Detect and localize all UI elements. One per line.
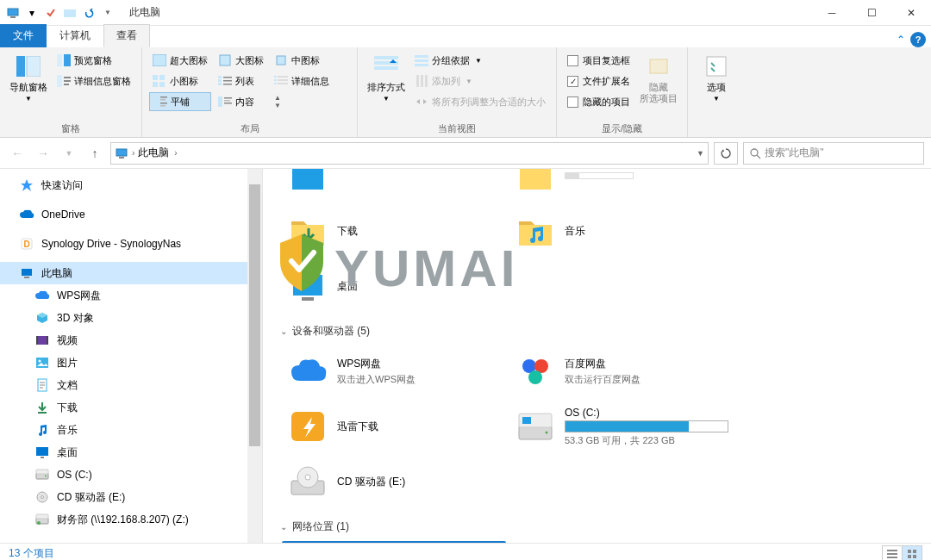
nav-pane-button[interactable]: 导航窗格 ▼ <box>7 51 50 104</box>
netdrive-icon <box>34 512 50 527</box>
section-network[interactable]: ⌄ 网络位置 (1) <box>280 520 914 534</box>
sidebar-item-wps[interactable]: WPS网盘 <box>0 284 262 307</box>
tab-file[interactable]: 文件 <box>0 24 47 47</box>
svg-rect-29 <box>218 96 222 107</box>
maximize-button[interactable]: ☐ <box>852 0 891 26</box>
search-input[interactable]: 搜索"此电脑" <box>743 142 924 165</box>
layout-content[interactable]: 内容 <box>215 92 267 111</box>
video-icon <box>34 333 50 348</box>
item-subtitle: 双击进入WPS网盘 <box>337 373 501 386</box>
view-large-button[interactable] <box>902 545 922 561</box>
drive-cd[interactable]: CD 驱动器 (E:) <box>282 456 506 507</box>
picture-icon <box>34 355 50 370</box>
sidebar-item-music[interactable]: 音乐 <box>0 419 262 441</box>
address-dropdown-icon[interactable]: ▼ <box>697 149 704 158</box>
recent-dropdown[interactable]: ▼ <box>59 143 79 164</box>
sidebar-item-documents[interactable]: 文档 <box>0 374 262 396</box>
folder-icon[interactable] <box>62 5 78 21</box>
sidebar-item-finance[interactable]: 财务部 (\\192.168.8.207) (Z:) <box>0 508 262 531</box>
svg-rect-7 <box>57 75 62 87</box>
breadcrumb-this-pc[interactable]: 此电脑› <box>138 146 177 160</box>
drive-osc[interactable]: OS (C:)53.3 GB 可用，共 223 GB <box>509 401 734 452</box>
scrollbar[interactable] <box>247 169 262 543</box>
svg-rect-99 <box>887 550 897 551</box>
cd-icon <box>34 489 50 505</box>
file-ext-toggle[interactable]: ✓文件扩展名 <box>564 72 634 90</box>
sidebar-item-label: 此电脑 <box>41 266 72 281</box>
svg-rect-49 <box>650 59 667 73</box>
tab-computer[interactable]: 计算机 <box>47 24 103 47</box>
sidebar-item-label: 下载 <box>57 401 78 415</box>
qat-dropdown-icon[interactable]: ▼ <box>100 5 116 21</box>
sidebar-item-onedrive[interactable]: OneDrive <box>0 203 262 226</box>
minimize-button[interactable]: ─ <box>812 0 852 26</box>
folder-item[interactable] <box>509 169 734 202</box>
layout-large[interactable]: 大图标 <box>215 51 267 70</box>
properties-icon[interactable] <box>43 5 59 21</box>
drive-wps[interactable]: WPS网盘双击进入WPS网盘 <box>282 345 506 397</box>
svg-rect-26 <box>223 80 232 82</box>
layout-scroll[interactable]: ▲▼ <box>271 92 284 111</box>
add-columns-button[interactable]: 添加列▼ <box>411 72 549 90</box>
help-button[interactable]: ? <box>910 32 926 47</box>
ribbon-group-layout: 超大图标 小图标 平铺 大图标 列表 内容 中图标 详细信息 ▲▼ 布局 <box>142 47 358 137</box>
layout-tiles[interactable]: 平铺 <box>149 92 211 111</box>
details-pane-button[interactable]: 详细信息窗格 <box>53 72 134 90</box>
sidebar-item-quick-access[interactable]: 快速访问 <box>0 174 262 196</box>
sidebar-item-desktop[interactable]: 桌面 <box>0 441 262 464</box>
layout-small[interactable]: 小图标 <box>149 72 211 90</box>
sidebar-item-this-pc[interactable]: 此电脑 <box>0 262 262 284</box>
svg-rect-21 <box>160 105 166 107</box>
folder-desktop[interactable]: 桌面 <box>282 260 506 312</box>
cloud-icon <box>34 288 50 303</box>
pc-icon[interactable] <box>5 5 21 21</box>
drive-finance[interactable]: 财务部 (\\ ) (Z:)57.3 GB 可用，共 210 GB <box>282 541 506 543</box>
back-button[interactable]: ← <box>7 143 28 164</box>
layout-extra-large[interactable]: 超大图标 <box>149 51 211 70</box>
svg-rect-34 <box>274 76 277 78</box>
drive-icon <box>287 406 328 447</box>
svg-point-92 <box>546 432 548 434</box>
item-label: 音乐 <box>565 224 728 239</box>
forward-button[interactable]: → <box>33 143 53 164</box>
view-details-button[interactable] <box>882 545 903 561</box>
navigation-tree[interactable]: 快速访问OneDriveDSynology Drive - SynologyNa… <box>0 169 263 543</box>
content-pane[interactable]: 下载音乐桌面 ⌄ 设备和驱动器 (5) WPS网盘双击进入WPS网盘百度网盘双击… <box>263 169 931 543</box>
hide-selected-button[interactable]: 隐藏 所选项目 <box>637 51 680 106</box>
dropdown-icon[interactable]: ▾ <box>24 5 40 21</box>
collapse-ribbon-icon[interactable]: ⌃ <box>897 34 905 46</box>
folder-music[interactable]: 音乐 <box>509 205 734 257</box>
options-button[interactable]: 选项 ▼ <box>695 51 738 104</box>
item-checkboxes-toggle[interactable]: 项目复选框 <box>564 51 634 70</box>
preview-pane-button[interactable]: 预览窗格 <box>53 51 134 70</box>
svg-rect-28 <box>223 84 232 85</box>
drive-baidu[interactable]: 百度网盘双击运行百度网盘 <box>509 345 734 397</box>
tab-view[interactable]: 查看 <box>103 24 150 47</box>
sidebar-item-osc[interactable]: OS (C:) <box>0 464 262 486</box>
up-button[interactable]: ↑ <box>84 143 105 164</box>
layout-medium[interactable]: 中图标 <box>271 51 333 70</box>
layout-details[interactable]: 详细信息 <box>271 72 333 90</box>
sidebar-item-downloads[interactable]: 下载 <box>0 396 262 419</box>
sidebar-item-cddrive[interactable]: CD 驱动器 (E:) <box>0 486 262 508</box>
folder-item[interactable] <box>282 169 506 202</box>
section-devices[interactable]: ⌄ 设备和驱动器 (5) <box>280 324 914 339</box>
sidebar-item-videos[interactable]: 视频 <box>0 329 262 352</box>
folder-downloads[interactable]: 下载 <box>282 205 506 257</box>
sort-by-button[interactable]: 排序方式 ▼ <box>365 51 408 104</box>
svg-rect-104 <box>908 555 911 558</box>
scrollbar-thumb[interactable] <box>249 184 260 446</box>
group-by-button[interactable]: 分组依据▼ <box>411 51 549 70</box>
undo-icon[interactable] <box>81 5 97 21</box>
fit-columns-button[interactable]: 将所有列调整为合适的大小 <box>411 92 549 111</box>
sidebar-item-3d[interactable]: 3D 对象 <box>0 307 262 329</box>
sidebar-item-pictures[interactable]: 图片 <box>0 352 262 374</box>
hidden-items-toggle[interactable]: 隐藏的项目 <box>564 92 634 111</box>
refresh-button[interactable] <box>714 142 738 165</box>
svg-rect-18 <box>160 99 166 101</box>
layout-list[interactable]: 列表 <box>215 72 267 90</box>
close-button[interactable]: ✕ <box>891 0 931 26</box>
sidebar-item-synology[interactable]: DSynology Drive - SynologyNas <box>0 233 262 255</box>
drive-thunder[interactable]: 迅雷下载 <box>282 401 506 452</box>
address-path[interactable]: › 此电脑› ▼ <box>110 142 709 165</box>
